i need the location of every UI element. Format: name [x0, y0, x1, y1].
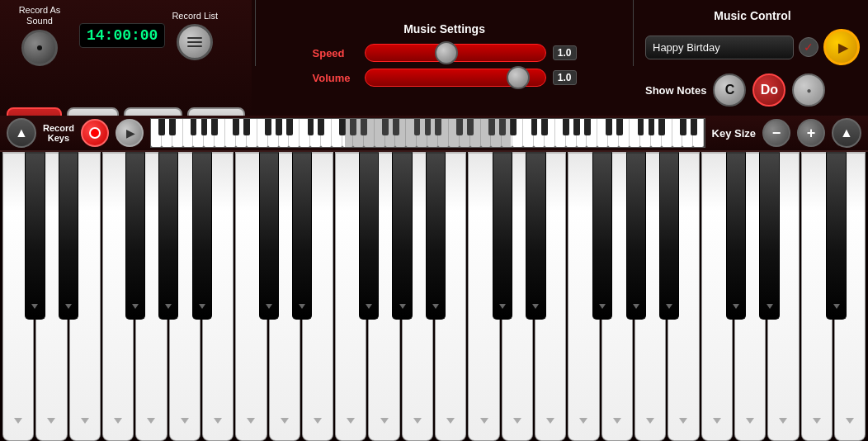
- mini-white-key: [512, 119, 523, 147]
- record-dot-icon: [89, 127, 101, 139]
- white-key-arrow: [380, 418, 389, 424]
- note-do-badge[interactable]: Do: [752, 74, 785, 107]
- black-key[interactable]: [59, 152, 78, 320]
- white-key-arrow: [813, 418, 821, 424]
- top-section: Record As Sound 14:00:00 Record List: [0, 0, 868, 116]
- mini-white-key: [651, 119, 662, 147]
- record-as-sound: Record As Sound: [7, 5, 73, 66]
- play-button-large[interactable]: ▶: [823, 29, 860, 65]
- speed-slider-track[interactable]: [365, 44, 546, 62]
- show-notes-row: Show Notes C Do ●: [645, 74, 825, 107]
- black-key-arrow: [733, 304, 739, 309]
- white-key-arrow: [347, 418, 355, 424]
- top-row: Record As Sound 14:00:00 Record List: [7, 5, 245, 66]
- black-key[interactable]: [359, 152, 379, 320]
- mini-white-key: [587, 119, 597, 147]
- black-key[interactable]: [626, 152, 646, 320]
- black-key[interactable]: [25, 152, 45, 320]
- record-as-sound-label: Record As Sound: [7, 5, 73, 26]
- speed-slider-thumb[interactable]: [435, 41, 458, 64]
- record-as-sound-knob[interactable]: [21, 30, 58, 66]
- white-key-arrow: [413, 418, 422, 424]
- mini-white-key: [215, 119, 225, 147]
- record-button[interactable]: [81, 119, 109, 147]
- volume-label: Volume: [313, 72, 358, 84]
- black-key[interactable]: [158, 152, 178, 320]
- black-key-arrow: [633, 304, 639, 309]
- list-icon-line-1: [187, 37, 202, 39]
- black-key-arrow: [499, 304, 506, 309]
- music-control: Music Control Happy Birtday ✓ ▶ Show Not…: [637, 0, 868, 116]
- black-key[interactable]: [759, 152, 779, 320]
- volume-slider-track[interactable]: [365, 69, 546, 87]
- black-key[interactable]: [426, 152, 446, 320]
- black-key[interactable]: [192, 152, 212, 320]
- mini-piano: [151, 119, 705, 147]
- checkmark-circle[interactable]: ✓: [799, 37, 818, 57]
- black-key[interactable]: [726, 152, 746, 320]
- black-key[interactable]: [493, 152, 512, 320]
- mini-white-key: [162, 119, 172, 147]
- mini-keys-container: [151, 119, 705, 147]
- mini-white-key: [321, 119, 332, 147]
- note-plain-badge[interactable]: ●: [792, 74, 825, 107]
- mini-white-key: [640, 119, 651, 147]
- mini-white-key: [449, 119, 460, 147]
- knob-dot: [37, 45, 42, 50]
- white-key-arrow: [181, 418, 189, 424]
- piano-scroll-preview[interactable]: [150, 118, 705, 148]
- note-plain-icon: ●: [806, 86, 811, 95]
- mini-white-key: [555, 119, 566, 147]
- record-keys-label: RecordKeys: [43, 123, 74, 143]
- speed-value: 1.0: [553, 45, 577, 60]
- play-keys-button[interactable]: ▶: [116, 119, 144, 147]
- separator-2: [633, 0, 634, 66]
- song-dropdown[interactable]: Happy Birtday: [645, 36, 794, 59]
- mini-white-key: [151, 119, 162, 147]
- scroll-up-button[interactable]: ▲: [7, 118, 36, 148]
- mini-white-key: [470, 119, 481, 147]
- mini-white-key: [438, 119, 449, 147]
- speed-slider-row: Speed 1.0: [313, 44, 577, 62]
- song-selector-row: Happy Birtday ✓ ▶: [645, 29, 860, 65]
- white-key-arrow: [14, 418, 22, 424]
- volume-slider-row: Volume 1.0: [313, 69, 577, 87]
- black-key-arrow: [666, 304, 672, 309]
- plus-icon: +: [807, 125, 816, 142]
- scroll-right-button[interactable]: ▲: [832, 118, 861, 148]
- black-key[interactable]: [259, 152, 279, 320]
- black-key[interactable]: [659, 152, 679, 320]
- mini-white-key: [481, 119, 492, 147]
- mini-white-key: [342, 119, 353, 147]
- white-key-arrow: [281, 418, 289, 424]
- record-list-button[interactable]: [177, 24, 213, 60]
- black-key[interactable]: [292, 152, 312, 320]
- white-key-arrow: [746, 418, 754, 424]
- black-key[interactable]: [826, 152, 846, 320]
- mini-white-key: [310, 119, 321, 147]
- black-key[interactable]: [592, 152, 612, 320]
- mini-white-key: [682, 119, 693, 147]
- white-key-arrow: [679, 418, 687, 424]
- black-key[interactable]: [526, 152, 545, 320]
- white-key-arrow: [147, 418, 155, 424]
- white-key-arrow: [713, 418, 721, 424]
- mini-white-key: [693, 119, 704, 147]
- key-size-increase-button[interactable]: +: [797, 119, 825, 147]
- note-c-badge[interactable]: C: [713, 74, 746, 107]
- black-key-arrow: [366, 304, 372, 309]
- mini-white-key: [375, 119, 385, 147]
- black-key[interactable]: [125, 152, 145, 320]
- mini-white-key: [353, 119, 364, 147]
- middle-bar: ▲ RecordKeys ▶ Key Size − + ▲: [0, 116, 868, 152]
- black-key[interactable]: [392, 152, 412, 320]
- volume-value: 1.0: [553, 70, 577, 85]
- mini-white-key: [597, 119, 608, 147]
- volume-slider-thumb[interactable]: [507, 66, 530, 89]
- key-size-decrease-button[interactable]: −: [762, 119, 790, 147]
- mini-white-key: [523, 119, 534, 147]
- black-key-arrow: [599, 304, 606, 309]
- note-c-label: C: [725, 83, 735, 97]
- mini-white-key: [662, 119, 672, 147]
- left-controls: Record As Sound 14:00:00 Record List: [0, 0, 252, 116]
